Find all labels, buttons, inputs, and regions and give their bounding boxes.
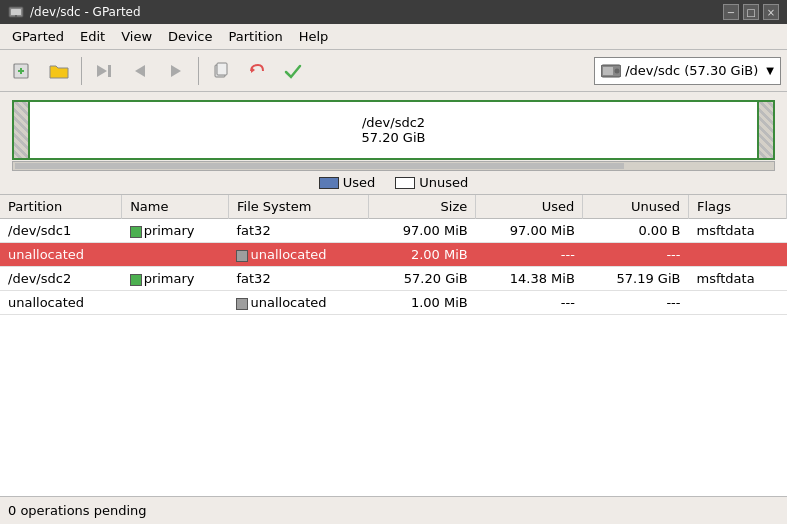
window-title: /dev/sdc - GParted [30,5,141,19]
toolbar-separator-1 [81,57,82,85]
disk-unallocated-right [757,100,775,160]
cell-flags: msftdata [688,219,786,243]
svg-marker-8 [135,65,145,77]
cell-unused: 57.19 GiB [583,267,689,291]
new-icon [12,60,34,82]
cell-size: 97.00 MiB [369,219,476,243]
menu-edit[interactable]: Edit [72,27,113,46]
menu-view[interactable]: View [113,27,160,46]
legend: Used Unused [12,175,775,190]
cell-partition: unallocated [0,291,122,315]
cell-used: 97.00 MiB [476,219,583,243]
cell-flags [688,291,786,315]
cell-filesystem: fat32 [228,219,368,243]
table-row[interactable]: unallocatedunallocated2.00 MiB------ [0,243,787,267]
table-row[interactable]: unallocatedunallocated1.00 MiB------ [0,291,787,315]
maximize-button[interactable]: □ [743,4,759,20]
disk-scrollbar[interactable] [12,161,775,171]
status-bar: 0 operations pending [0,496,787,524]
menu-gparted[interactable]: GParted [4,27,72,46]
cell-partition: unallocated [0,243,122,267]
cell-unused: --- [583,243,689,267]
forward-button[interactable] [159,54,193,88]
open-button[interactable] [42,54,76,88]
menu-partition[interactable]: Partition [221,27,291,46]
minimize-button[interactable]: − [723,4,739,20]
svg-rect-7 [108,65,111,77]
cell-used: 14.38 MiB [476,267,583,291]
new-partition-button[interactable] [6,54,40,88]
svg-marker-6 [97,65,107,77]
svg-point-15 [615,68,620,73]
cell-filesystem: fat32 [228,267,368,291]
cell-filesystem: unallocated [228,291,368,315]
table-row[interactable]: /dev/sdc1primaryfat3297.00 MiB97.00 MiB0… [0,219,787,243]
cell-size: 57.20 GiB [369,267,476,291]
svg-point-2 [15,15,17,17]
apply-button[interactable] [276,54,310,88]
device-selector-label: /dev/sdc (57.30 GiB) [625,63,758,78]
cell-unused: 0.00 B [583,219,689,243]
undo-button[interactable] [240,54,274,88]
disk-partition-size: 57.20 GiB [362,130,426,145]
toolbar-separator-2 [198,57,199,85]
cell-name [122,291,229,315]
disk-visual-container: /dev/sdc2 57.20 GiB Used Unused [0,92,787,195]
disk-visual[interactable]: /dev/sdc2 57.20 GiB [30,100,757,160]
svg-rect-11 [217,63,227,75]
col-name: Name [122,195,229,219]
table-header-row: Partition Name File System Size Used Unu… [0,195,787,219]
disk-icon [601,63,621,79]
close-button[interactable]: × [763,4,779,20]
cell-used: --- [476,243,583,267]
svg-rect-1 [11,9,21,15]
svg-marker-12 [251,67,255,73]
app-icon [8,4,24,20]
disk-partition-name: /dev/sdc2 [362,115,425,130]
skip-button[interactable] [87,54,121,88]
partition-table: Partition Name File System Size Used Unu… [0,195,787,496]
svg-marker-9 [171,65,181,77]
col-used: Used [476,195,583,219]
copy-button[interactable] [204,54,238,88]
cell-used: --- [476,291,583,315]
device-selector[interactable]: /dev/sdc (57.30 GiB) ▼ [594,57,781,85]
disk-unallocated-left [12,100,30,160]
cell-size: 1.00 MiB [369,291,476,315]
cell-name: primary [122,219,229,243]
back-icon [129,60,151,82]
toolbar: /dev/sdc (57.30 GiB) ▼ [0,50,787,92]
cell-flags [688,243,786,267]
col-filesystem: File System [228,195,368,219]
back-button[interactable] [123,54,157,88]
undo-icon [246,60,268,82]
cell-name [122,243,229,267]
cell-filesystem: unallocated [228,243,368,267]
cell-unused: --- [583,291,689,315]
col-flags: Flags [688,195,786,219]
forward-icon [165,60,187,82]
copy-icon [210,60,232,82]
cell-flags: msftdata [688,267,786,291]
title-controls: − □ × [723,4,779,20]
unused-legend-color [395,177,415,189]
col-partition: Partition [0,195,122,219]
title-bar: /dev/sdc - GParted − □ × [0,0,787,24]
menu-help[interactable]: Help [291,27,337,46]
skip-icon [93,60,115,82]
dropdown-arrow-icon: ▼ [766,65,774,76]
used-legend-color [319,177,339,189]
status-text: 0 operations pending [8,503,147,518]
cell-name: primary [122,267,229,291]
table-row[interactable]: /dev/sdc2primaryfat3257.20 GiB14.38 MiB5… [0,267,787,291]
cell-partition: /dev/sdc1 [0,219,122,243]
title-bar-left: /dev/sdc - GParted [8,4,141,20]
svg-rect-14 [603,67,613,75]
menu-device[interactable]: Device [160,27,220,46]
used-legend-label: Used [343,175,376,190]
col-size: Size [369,195,476,219]
folder-icon [48,60,70,82]
cell-size: 2.00 MiB [369,243,476,267]
cell-partition: /dev/sdc2 [0,267,122,291]
unused-legend-label: Unused [419,175,468,190]
